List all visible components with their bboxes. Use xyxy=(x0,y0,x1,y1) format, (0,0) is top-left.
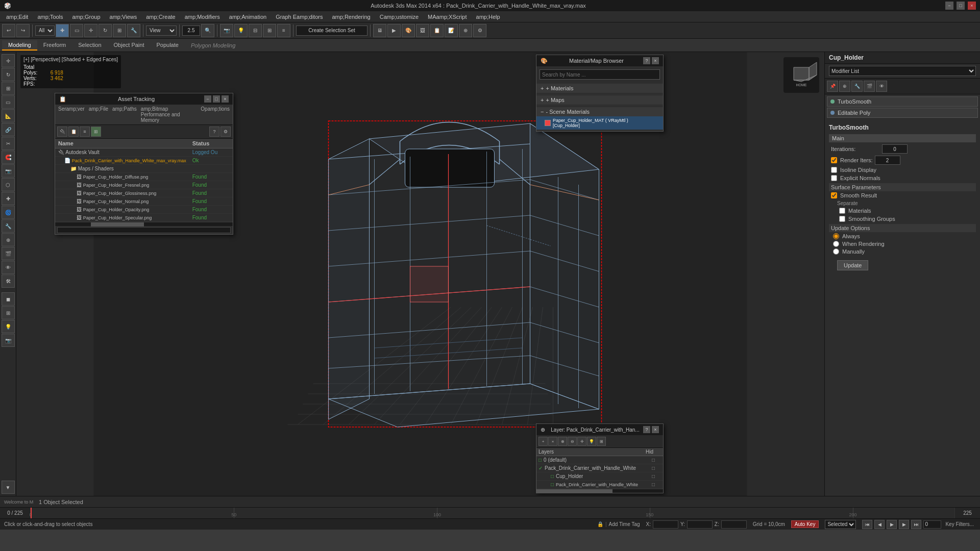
viewport-cube[interactable]: HOME xyxy=(783,57,819,93)
layer-scrollbar-thumb[interactable] xyxy=(536,489,612,493)
script-btn[interactable]: 📝 xyxy=(445,24,458,37)
asset-tb-btn1[interactable]: 🔌 xyxy=(57,127,67,137)
layer-scrollbar-h[interactable] xyxy=(536,489,663,493)
asset-tb-btn4[interactable]: ⊞ xyxy=(91,127,101,137)
ts-when-rendering-radio[interactable] xyxy=(833,241,839,247)
menu-help[interactable]: amp;Help xyxy=(472,13,504,21)
table-row[interactable]: 📁 Maps / Shaders xyxy=(55,165,233,173)
layer-add-obj-btn[interactable]: ⊕ xyxy=(558,437,567,446)
ts-manually-radio[interactable] xyxy=(833,248,839,255)
asset-tb-btn2[interactable]: 📋 xyxy=(68,127,79,137)
layer-close-btn[interactable]: × xyxy=(652,426,659,433)
layer-add-btn[interactable]: + xyxy=(538,437,548,446)
selection-set-input[interactable] xyxy=(296,26,368,36)
rotate-button[interactable]: ↻ xyxy=(99,24,112,37)
move-tool-btn[interactable]: ✛ xyxy=(2,54,15,67)
camera-btn[interactable]: 📷 xyxy=(220,24,233,37)
spacewarp-btn[interactable]: 🌀 xyxy=(2,206,15,219)
table-row[interactable]: 📄 Pack_Drink_Carrier_with_Handle_White_m… xyxy=(55,157,233,165)
layer-select-btn[interactable]: ✛ xyxy=(577,437,586,446)
asset-tracking-btn[interactable]: 📋 xyxy=(430,24,444,37)
table-row[interactable]: 🖼 Paper_Cup_Holder_Glossiness.png Found xyxy=(55,189,233,197)
material-close-btn[interactable]: × xyxy=(652,57,659,64)
tab-populate[interactable]: Populate xyxy=(150,40,184,51)
helper-btn[interactable]: ✚ xyxy=(2,192,15,205)
x-input[interactable] xyxy=(653,520,678,529)
zoom-btn[interactable]: 🔍 xyxy=(201,24,214,37)
asset-minimize-btn[interactable]: − xyxy=(204,95,211,103)
play-btn[interactable]: ▶ xyxy=(887,520,897,529)
panel-icon-pin[interactable]: 📌 xyxy=(827,81,838,92)
menu-rendering[interactable]: amp;Rendering xyxy=(328,13,374,21)
render-frame-btn[interactable]: 🖼 xyxy=(416,24,429,37)
tab-object-paint[interactable]: Object Paint xyxy=(108,40,151,51)
table-row[interactable]: 🖼 Paper_Cup_Holder_Normal.png Found xyxy=(55,197,233,206)
tab-selection[interactable]: Selection xyxy=(72,40,107,51)
menu-tools[interactable]: amp;Tools xyxy=(33,13,67,21)
layer-highlight-btn[interactable]: 💡 xyxy=(587,437,596,446)
table-row[interactable]: 🖼 Paper_Cup_Holder_Opacity.png Found xyxy=(55,206,233,214)
go-end-btn[interactable]: ⏭ xyxy=(911,520,921,529)
asset-col-name[interactable]: Name xyxy=(55,139,189,148)
go-start-btn[interactable]: ⏮ xyxy=(862,520,872,529)
prev-frame-btn[interactable]: ◀ xyxy=(874,520,885,529)
asset-menu-bitmap[interactable]: amp;Bitmap Performance and Memory xyxy=(141,106,197,123)
next-frame-btn[interactable]: ▶ xyxy=(899,520,909,529)
modifier-list-dropdown[interactable]: Modifier List xyxy=(829,66,976,76)
material-editor-btn[interactable]: 🎨 xyxy=(402,24,415,37)
menu-group[interactable]: amp;Group xyxy=(68,13,105,21)
layer-item-pack[interactable]: ✓ Pack_Drink_Carrier_with_Handle_White □ xyxy=(536,464,663,472)
array-btn[interactable]: ⊞ xyxy=(263,24,276,37)
ts-iterations-input[interactable] xyxy=(882,144,908,154)
create-geo-btn[interactable]: ◼ xyxy=(2,292,15,306)
settings-btn[interactable]: ⚙ xyxy=(473,24,486,37)
bind-btn[interactable]: 🧲 xyxy=(2,151,15,164)
scale-button[interactable]: ⊞ xyxy=(113,24,126,37)
create-shape-btn[interactable]: ⊞ xyxy=(2,306,15,319)
materials-section-header[interactable]: + + Materials xyxy=(536,84,663,93)
modifier-editable-poly[interactable]: Editable Poly xyxy=(827,108,978,118)
link-btn[interactable]: 🔗 xyxy=(2,123,15,136)
menu-create[interactable]: amp;Create xyxy=(142,13,179,21)
panel-icon-modifier[interactable]: 🔧 xyxy=(851,81,863,92)
render-setup-btn[interactable]: 🖥 xyxy=(373,24,386,37)
camera-view-btn[interactable]: 📷 xyxy=(2,164,15,178)
asset-menu-server[interactable]: Seramp;ver xyxy=(58,106,85,123)
mirror-btn[interactable]: ⊟ xyxy=(249,24,262,37)
menu-views[interactable]: amp;Views xyxy=(106,13,141,21)
table-row[interactable]: 🔌 Autodesk Vault Logged Ou xyxy=(55,148,233,157)
selected-dropdown[interactable]: Selected xyxy=(825,520,856,529)
view-dropdown[interactable]: View xyxy=(146,26,177,36)
panel-icon-anim[interactable]: 🎬 xyxy=(864,81,875,92)
select-tool-btn[interactable]: ▭ xyxy=(2,95,15,109)
close-button[interactable]: × xyxy=(968,2,976,10)
ts-smooth-result-checkbox[interactable] xyxy=(831,192,837,198)
maximize-button[interactable]: □ xyxy=(957,2,965,10)
layer-remove-obj-btn[interactable]: ⊖ xyxy=(568,437,577,446)
menu-edit[interactable]: amp;Edit xyxy=(2,13,32,21)
asset-menu-paths[interactable]: amp;Paths xyxy=(112,106,137,123)
tab-modeling[interactable]: Modeling xyxy=(2,40,37,51)
layer-item-pack2[interactable]: □ Pack_Drink_Carrier_with_Handle_White □ xyxy=(536,481,663,489)
asset-tb-help[interactable]: ? xyxy=(209,127,219,137)
shape-btn[interactable]: ⬡ xyxy=(2,178,15,191)
asset-restore-btn[interactable]: □ xyxy=(213,95,220,103)
select-filter-dropdown[interactable]: All xyxy=(35,26,55,36)
ts-materials-checkbox[interactable] xyxy=(839,208,845,214)
timeline-playhead[interactable] xyxy=(31,508,32,518)
scene-materials-header[interactable]: − - Scene Materials xyxy=(536,107,663,116)
ts-main-header[interactable]: Main xyxy=(829,134,976,142)
ts-always-radio[interactable] xyxy=(833,233,839,239)
unlink-btn[interactable]: ✂ xyxy=(2,137,15,150)
hierarchy-btn[interactable]: ⊕ xyxy=(2,233,15,246)
motion-btn[interactable]: 🎬 xyxy=(2,247,15,260)
render-btn[interactable]: ▶ xyxy=(387,24,401,37)
asset-col-status[interactable]: Status xyxy=(189,139,233,148)
material-help-btn[interactable]: ? xyxy=(643,57,650,64)
asset-tb-settings[interactable]: ⚙ xyxy=(220,127,231,137)
display-btn[interactable]: 👁 xyxy=(2,261,15,274)
create-camera-btn[interactable]: 📷 xyxy=(2,334,15,347)
table-row[interactable]: 🖼 Paper_Cup_Holder_Fresnel.png Found xyxy=(55,181,233,189)
ts-explicit-checkbox[interactable] xyxy=(831,175,837,181)
modifier-btn[interactable]: 🔧 xyxy=(2,219,15,233)
